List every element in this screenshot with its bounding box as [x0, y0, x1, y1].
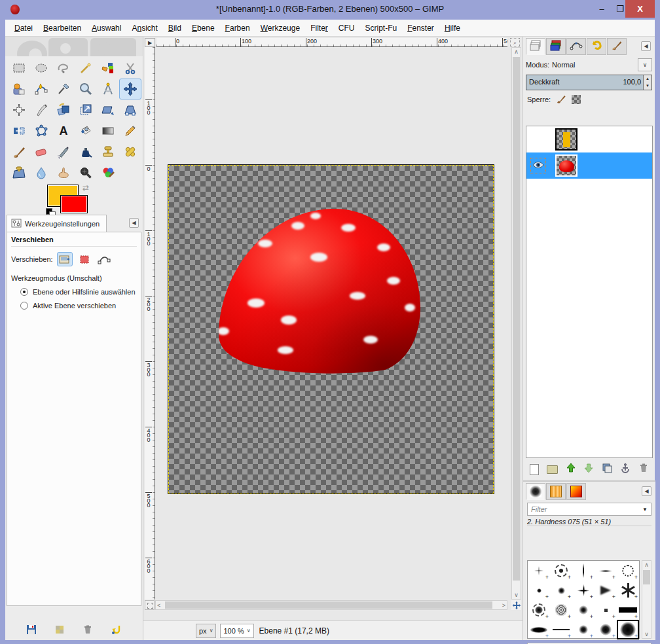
layer-thumbnail[interactable]: [555, 154, 578, 177]
layer-group-icon[interactable]: [547, 465, 558, 474]
brush-fuzzy-dot-small[interactable]: +: [550, 581, 572, 600]
brush-scroll-down-icon[interactable]: ∨: [642, 631, 651, 637]
layers-dock-collapse-icon[interactable]: ◀: [641, 41, 651, 51]
zoom-select[interactable]: 100 %∨: [220, 624, 253, 638]
tool-rectangle-select[interactable]: [8, 58, 30, 79]
brush-comet[interactable]: +: [595, 581, 617, 600]
tab-gradients[interactable]: [566, 483, 586, 500]
brush-sparkle-burst[interactable]: +: [550, 561, 572, 581]
image-canvas[interactable]: [168, 165, 494, 493]
move-target-selection-button[interactable]: [77, 252, 92, 266]
menu-ansicht[interactable]: Ansicht: [126, 21, 162, 35]
tool-select-by-color[interactable]: [97, 58, 119, 79]
swap-colors-icon[interactable]: ⇄: [82, 183, 93, 192]
layer-row[interactable]: [526, 152, 652, 179]
tool-fuzzy-select[interactable]: [75, 58, 97, 79]
move-target-layer-button[interactable]: [57, 252, 73, 266]
restore-preset-icon[interactable]: [54, 624, 65, 637]
tool-options-collapse-icon[interactable]: ◀: [129, 218, 139, 228]
menu-werkzeuge[interactable]: Werkzeuge: [255, 21, 305, 35]
tool-ink[interactable]: [75, 141, 97, 162]
zoom-follow-window-icon[interactable]: ⌕: [510, 38, 520, 47]
delete-layer-icon[interactable]: [638, 463, 649, 476]
horizontal-ruler[interactable]: 0100200300400500: [156, 38, 507, 47]
brush-spiked-ring[interactable]: +: [528, 600, 550, 620]
new-layer-icon[interactable]: [530, 464, 539, 475]
menu-ebene[interactable]: Ebene: [187, 21, 220, 35]
close-button[interactable]: X: [625, 0, 655, 18]
tool-free-select[interactable]: [52, 58, 75, 79]
scroll-left-icon[interactable]: <: [157, 602, 160, 609]
layer-visibility-toggle[interactable]: [526, 152, 550, 179]
tool-text[interactable]: A: [52, 120, 75, 141]
tab-undo-history[interactable]: [587, 38, 606, 55]
brush-star-four-point[interactable]: +: [572, 581, 595, 600]
brush-horizontal-sliver[interactable]: +: [595, 561, 617, 581]
tool-paths[interactable]: [30, 79, 52, 99]
tab-channels[interactable]: [546, 38, 566, 55]
horizontal-scroll-thumb[interactable]: [165, 601, 492, 609]
menu-hilfe[interactable]: Hilfe: [439, 21, 466, 35]
quick-mask-toggle-icon[interactable]: [145, 600, 155, 610]
tool-eraser[interactable]: [30, 141, 52, 162]
menu-datei[interactable]: Datei: [9, 21, 38, 35]
brush-vertical-sliver[interactable]: +: [572, 561, 595, 581]
raise-layer-icon[interactable]: [566, 463, 576, 476]
horizontal-scrollbar[interactable]: < >: [155, 600, 507, 610]
menu-script-fu[interactable]: Script-Fu: [359, 21, 402, 35]
delete-preset-icon[interactable]: [82, 624, 93, 637]
layer-visibility-toggle[interactable]: [526, 126, 550, 152]
brush-square-tiny[interactable]: +: [595, 600, 617, 620]
opacity-spinner[interactable]: ▲▼: [643, 75, 651, 90]
tab-brushes[interactable]: [526, 483, 545, 500]
brush-sparkle-thin[interactable]: +: [528, 561, 550, 581]
tab-patterns[interactable]: [546, 483, 566, 500]
menu-auswahl[interactable]: Auswahl: [86, 21, 126, 35]
brush-dotted-ring[interactable]: +: [617, 561, 639, 581]
tab-layers[interactable]: [526, 38, 545, 55]
layer-thumbnail[interactable]: [555, 128, 578, 151]
tool-color-picker[interactable]: [52, 79, 75, 99]
radio-select-layer-or-guide[interactable]: Ebene oder Hilfslinie auswählen: [20, 288, 137, 296]
menu-farben[interactable]: Farben: [220, 21, 255, 35]
menu-fenster[interactable]: Fenster: [402, 21, 439, 35]
vertical-scrollbar[interactable]: ∧ ∨: [511, 47, 521, 599]
opacity-slider[interactable]: Deckkraft 100,0 ▲▼: [526, 75, 652, 90]
navigation-cross-icon[interactable]: [511, 600, 521, 610]
tool-cage-transform[interactable]: [30, 120, 52, 141]
tool-measure[interactable]: [97, 79, 119, 99]
brush-ellipse[interactable]: +: [528, 620, 550, 639]
brush-soft-round-medium[interactable]: +: [595, 620, 617, 639]
tool-ellipse-select[interactable]: [30, 58, 52, 79]
tool-heal[interactable]: [119, 141, 141, 162]
brush-thin-line[interactable]: +: [550, 620, 572, 639]
tool-smudge[interactable]: [52, 162, 75, 183]
brush-scroll-up-icon[interactable]: ∧: [642, 562, 651, 568]
tool-gradient[interactable]: [97, 120, 119, 141]
move-target-path-button[interactable]: [96, 252, 112, 266]
brush-bar[interactable]: +: [617, 600, 639, 620]
brush-soft-round-large[interactable]: +: [617, 620, 639, 639]
lock-alpha-icon[interactable]: [572, 95, 581, 104]
radio-move-active-layer[interactable]: Aktive Ebene verschieben: [20, 302, 137, 310]
background-color-swatch[interactable]: [60, 195, 88, 213]
duplicate-layer-icon[interactable]: [602, 463, 612, 476]
unit-select[interactable]: px∨: [196, 624, 216, 638]
tool-foreground-select[interactable]: [8, 79, 30, 99]
scroll-right-icon[interactable]: >: [502, 602, 505, 609]
scroll-down-icon[interactable]: ∨: [512, 592, 521, 598]
brush-scroll-thumb[interactable]: [643, 570, 650, 584]
tool-paintbrush[interactable]: [8, 141, 30, 162]
tool-shear[interactable]: [97, 99, 119, 120]
tab-paths[interactable]: [566, 38, 586, 55]
tab-paint-tools[interactable]: [607, 38, 627, 55]
vertical-scroll-thumb[interactable]: [513, 57, 520, 581]
brush-soft-round-small[interactable]: +: [572, 620, 595, 639]
tool-bucket-fill[interactable]: [75, 120, 97, 141]
brush-soft-dot-medium[interactable]: +: [572, 600, 595, 620]
menu-filter[interactable]: Filter: [305, 21, 333, 35]
tool-scale[interactable]: [75, 99, 97, 120]
anchor-layer-icon[interactable]: [620, 463, 631, 476]
tool-blur-sharpen[interactable]: [30, 162, 52, 183]
tool-clone[interactable]: [97, 141, 119, 162]
